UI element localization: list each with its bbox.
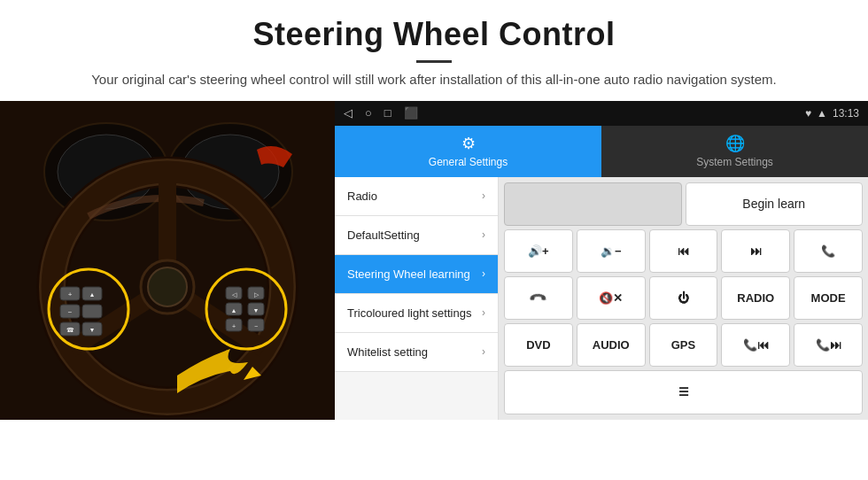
- left-menu: Radio › DefaultSetting › Steering Wheel …: [335, 177, 499, 420]
- steering-wheel-image: + − ☎ ▲ ▼ ◁ ▷ ▲ ▼ + −: [0, 101, 335, 420]
- phone-button[interactable]: 📞: [794, 229, 863, 273]
- clock: 13:13: [833, 107, 859, 120]
- recents-icon[interactable]: □: [384, 106, 391, 120]
- mute-icon: 🔇✕: [599, 291, 623, 305]
- power-button[interactable]: ⏻: [649, 276, 718, 320]
- svg-text:▲: ▲: [89, 291, 96, 298]
- tab-system-settings[interactable]: 🌐 System Settings: [601, 126, 868, 177]
- chevron-icon-radio: ›: [482, 190, 485, 202]
- menu-label-whitelist: Whitelist setting: [347, 345, 428, 359]
- vol-down-icon: 🔉−: [601, 244, 622, 258]
- empty-slot-1: [504, 182, 682, 226]
- next-call-icon: 📞⏭: [816, 338, 841, 352]
- page-title: Steering Wheel Control: [35, 16, 833, 53]
- next-track-icon: ⏭: [750, 244, 762, 258]
- signal-icon: ♥: [805, 107, 811, 120]
- prev-track-button[interactable]: ⏮: [649, 229, 718, 273]
- menu-label-default: DefaultSetting: [347, 228, 420, 242]
- control-row-5: ☰: [504, 370, 863, 414]
- audio-label: AUDIO: [593, 338, 630, 352]
- svg-text:▼: ▼: [89, 327, 96, 333]
- svg-text:+: +: [68, 290, 73, 298]
- audio-button[interactable]: AUDIO: [577, 323, 646, 367]
- gps-button[interactable]: GPS: [649, 323, 718, 367]
- menu-item-whitelist[interactable]: Whitelist setting ›: [335, 333, 498, 372]
- gps-label: GPS: [671, 338, 695, 352]
- menu-item-steering[interactable]: Steering Wheel learning ›: [335, 255, 498, 294]
- status-bar: ◁ ○ □ ⬛ ♥ ▲ 13:13: [335, 101, 868, 126]
- chevron-icon-whitelist: ›: [482, 345, 485, 358]
- phone-icon: 📞: [821, 244, 835, 258]
- power-icon: ⏻: [678, 291, 689, 305]
- menu-button[interactable]: ☰: [504, 370, 863, 414]
- menu-item-tricoloured[interactable]: Tricoloured light settings ›: [335, 294, 498, 333]
- chevron-icon-tricoloured: ›: [482, 306, 485, 319]
- home-icon[interactable]: ○: [365, 106, 372, 120]
- hangup-button[interactable]: 📞: [504, 276, 573, 320]
- status-bar-right: ♥ ▲ 13:13: [805, 107, 859, 120]
- system-settings-icon: 🌐: [725, 134, 745, 153]
- svg-text:−: −: [68, 308, 73, 316]
- general-settings-icon: ⚙: [461, 134, 476, 153]
- menu-item-default[interactable]: DefaultSetting ›: [335, 216, 498, 255]
- menu-icon: ☰: [678, 385, 689, 399]
- menu-label-steering: Steering Wheel learning: [347, 267, 470, 281]
- main-content: + − ☎ ▲ ▼ ◁ ▷ ▲ ▼ + −: [0, 101, 868, 420]
- svg-text:☎: ☎: [66, 327, 74, 333]
- dvd-button[interactable]: DVD: [504, 323, 573, 367]
- tab-system-label: System Settings: [696, 156, 773, 168]
- menu-label-tricoloured: Tricoloured light settings: [347, 306, 471, 320]
- prev-track-icon: ⏮: [678, 244, 689, 258]
- title-divider: [416, 60, 452, 63]
- tab-bar: ⚙ General Settings 🌐 System Settings: [335, 126, 868, 177]
- menu-controls: Radio › DefaultSetting › Steering Wheel …: [335, 177, 868, 420]
- mode-label: MODE: [811, 291, 846, 305]
- dvd-label: DVD: [526, 338, 550, 352]
- svg-text:▼: ▼: [253, 307, 260, 314]
- svg-point-12: [148, 267, 187, 306]
- top-section: Steering Wheel Control Your original car…: [0, 0, 868, 101]
- svg-text:−: −: [254, 323, 258, 329]
- status-bar-left: ◁ ○ □ ⬛: [344, 106, 418, 120]
- mode-button[interactable]: MODE: [794, 276, 863, 320]
- control-row-3: 📞 🔇✕ ⏻ RADIO MODE: [504, 276, 863, 320]
- svg-text:▲: ▲: [231, 307, 237, 314]
- screenshot-icon[interactable]: ⬛: [404, 106, 418, 120]
- page-subtitle: Your original car's steering wheel contr…: [35, 70, 833, 90]
- tab-general-label: General Settings: [429, 156, 508, 168]
- next-call-button[interactable]: 📞⏭: [794, 323, 863, 367]
- mute-button[interactable]: 🔇✕: [577, 276, 646, 320]
- control-row-2: 🔊+ 🔉− ⏮ ⏭ 📞: [504, 229, 863, 273]
- svg-text:+: +: [232, 323, 236, 329]
- back-icon[interactable]: ◁: [344, 106, 353, 120]
- prev-call-button[interactable]: 📞⏮: [721, 323, 790, 367]
- vol-up-icon: 🔊+: [528, 244, 549, 258]
- menu-label-radio: Radio: [347, 190, 377, 203]
- control-row-1: Begin learn: [504, 182, 863, 226]
- right-controls: Begin learn 🔊+ 🔉− ⏮ ⏭: [499, 177, 868, 420]
- tab-general-settings[interactable]: ⚙ General Settings: [335, 126, 601, 177]
- prev-call-icon: 📞⏮: [743, 338, 769, 352]
- hangup-icon: 📞: [529, 289, 548, 308]
- radio-label: RADIO: [737, 291, 774, 305]
- menu-item-radio[interactable]: Radio ›: [335, 177, 498, 216]
- vol-down-button[interactable]: 🔉−: [577, 229, 646, 273]
- begin-learn-button[interactable]: Begin learn: [686, 182, 864, 226]
- android-ui: ◁ ○ □ ⬛ ♥ ▲ 13:13 ⚙ General Settings 🌐 S…: [335, 101, 868, 420]
- radio-button[interactable]: RADIO: [721, 276, 790, 320]
- control-row-4: DVD AUDIO GPS 📞⏮ 📞⏭: [504, 323, 863, 367]
- vol-up-button[interactable]: 🔊+: [504, 229, 573, 273]
- next-track-button[interactable]: ⏭: [721, 229, 790, 273]
- wifi-icon: ▲: [817, 107, 827, 120]
- svg-rect-22: [82, 305, 102, 318]
- chevron-icon-default: ›: [482, 228, 485, 241]
- chevron-icon-steering: ›: [482, 267, 485, 280]
